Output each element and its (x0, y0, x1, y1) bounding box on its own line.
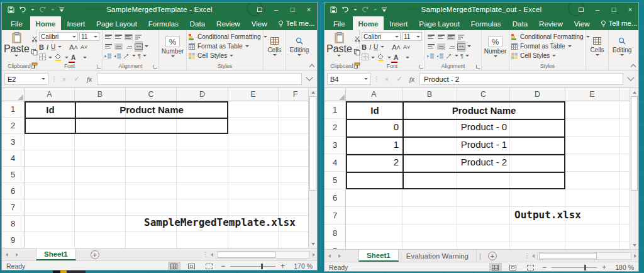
number-format-button[interactable]: % Number (161, 32, 184, 61)
merge-center-caret[interactable] (467, 45, 471, 47)
align-left-icon[interactable] (104, 43, 113, 50)
formula-input[interactable]: Product - 2 (419, 73, 623, 85)
row-header-8[interactable]: 8 (325, 225, 346, 242)
tab-data[interactable]: Data (507, 16, 533, 30)
tab-formulas[interactable]: Formulas (143, 16, 184, 30)
redo-icon[interactable] (39, 6, 47, 13)
cell-C8[interactable] (457, 225, 510, 242)
cell-E2[interactable] (565, 119, 619, 136)
cells-button[interactable]: Cells (265, 32, 284, 61)
cell-D6[interactable] (177, 183, 228, 199)
cell-D7[interactable] (177, 199, 228, 216)
cell-E5[interactable] (228, 167, 279, 183)
tab-page-layout[interactable]: Page Layout (91, 16, 143, 30)
ribbon-display-options-icon[interactable] (252, 3, 268, 16)
alignment-dialog-launcher[interactable] (476, 65, 480, 69)
table-cell-B1[interactable]: Product Name (76, 103, 227, 119)
cell-E4[interactable] (228, 150, 279, 167)
conditional-formatting-button[interactable]: Conditional Formatting (189, 32, 261, 42)
tab-formulas[interactable]: Formulas (465, 16, 507, 30)
zoom-level[interactable]: 180 % (611, 264, 634, 271)
borders-caret[interactable] (371, 57, 375, 58)
row-header-9[interactable]: 9 (325, 242, 346, 249)
fill-color-icon[interactable] (377, 53, 385, 62)
cell-C4[interactable] (126, 150, 177, 167)
paste-dropdown-caret[interactable] (14, 55, 18, 57)
cell-F7[interactable] (279, 199, 313, 216)
cell-B9[interactable] (75, 232, 126, 248)
merge-center-caret[interactable] (145, 45, 148, 47)
format-as-table-button[interactable]: Format as Table (189, 42, 261, 51)
row-header-5[interactable]: 5 (325, 172, 346, 189)
row-header-9[interactable]: 9 (2, 232, 25, 248)
sheet-nav-next-icon[interactable] (12, 248, 22, 260)
cell-A5[interactable] (25, 167, 75, 183)
scroll-left-icon[interactable] (532, 254, 535, 258)
cell-E6[interactable] (565, 189, 619, 207)
table-cell-B2[interactable] (76, 118, 227, 134)
table-cell-B1[interactable]: Product Name (404, 103, 564, 120)
cell-B8[interactable] (402, 225, 457, 242)
cell-A8[interactable] (346, 225, 402, 242)
undo-icon[interactable] (19, 6, 26, 13)
cell-E5[interactable] (565, 172, 619, 189)
table-cell-A2[interactable]: 0 (347, 119, 402, 136)
cell-F3[interactable] (279, 134, 313, 150)
scroll-up-icon[interactable] (309, 88, 317, 96)
fill-color-icon[interactable] (55, 53, 62, 62)
cell-B5[interactable] (75, 167, 126, 183)
cell-E7[interactable] (228, 199, 279, 216)
column-header-E[interactable]: E (228, 88, 279, 101)
horizontal-scrollbar[interactable]: ⋮ (203, 248, 317, 260)
align-center-icon[interactable] (437, 43, 445, 50)
font-size-select[interactable]: 11 (79, 32, 99, 41)
number-format-button[interactable]: % Number (484, 32, 507, 61)
zoom-slider[interactable] (552, 267, 597, 268)
save-icon[interactable] (8, 6, 14, 13)
bold-button[interactable]: B (39, 43, 44, 51)
scroll-up-icon[interactable] (630, 88, 638, 96)
bold-button[interactable]: B (362, 43, 367, 51)
cell-E3[interactable] (228, 134, 279, 150)
formula-bar-expand-icon[interactable] (627, 74, 634, 81)
collapse-ribbon-icon[interactable] (309, 64, 314, 68)
cell-D5[interactable] (177, 167, 228, 183)
vertical-scrollbar[interactable] (630, 88, 638, 249)
row-header-3[interactable]: 3 (2, 134, 25, 150)
row-header-4[interactable]: 4 (325, 154, 346, 172)
font-color-caret[interactable] (406, 57, 409, 58)
row-header-6[interactable]: 6 (2, 183, 25, 199)
increase-indent-icon[interactable] (436, 50, 444, 62)
cell-D6[interactable] (510, 189, 565, 207)
minimize-icon[interactable]: – (589, 3, 606, 16)
horizontal-scrollbar[interactable]: ⋮ (524, 250, 638, 262)
cell-F2[interactable] (279, 118, 313, 134)
zoom-in-icon[interactable]: + (602, 264, 606, 270)
zoom-slider[interactable] (230, 266, 275, 267)
cell-D3[interactable] (177, 134, 228, 150)
column-header-E[interactable]: E (565, 88, 619, 101)
column-header-C[interactable]: C (457, 88, 510, 101)
vertical-scrollbar[interactable] (308, 88, 317, 248)
new-sheet-button[interactable]: + (86, 248, 104, 260)
cells-button[interactable]: Cells (588, 32, 606, 61)
customize-qat-icon[interactable] (59, 7, 64, 13)
column-header-A[interactable]: A (346, 88, 402, 101)
cell-F9[interactable] (279, 232, 313, 248)
row-header-7[interactable]: 7 (325, 207, 346, 225)
fill-color-caret[interactable] (65, 57, 69, 58)
align-right-icon[interactable] (125, 43, 133, 50)
align-center-icon[interactable] (114, 43, 123, 50)
cell-B4[interactable] (75, 150, 126, 167)
cell-D4[interactable] (177, 150, 228, 167)
minimize-icon[interactable]: – (268, 3, 284, 16)
table-cell-B3[interactable]: Product - 1 (404, 136, 564, 154)
zoom-out-icon[interactable]: − (542, 264, 547, 270)
middle-align-icon[interactable] (114, 34, 123, 40)
alignment-dialog-launcher[interactable] (153, 65, 157, 69)
decrease-indent-icon[interactable] (104, 50, 112, 62)
paragraph-icon[interactable]: ¶ (460, 53, 464, 59)
formula-bar-expand-icon[interactable] (306, 74, 313, 81)
increase-font-icon[interactable]: A˄ (392, 43, 401, 51)
tab-home[interactable]: Home (353, 16, 384, 30)
